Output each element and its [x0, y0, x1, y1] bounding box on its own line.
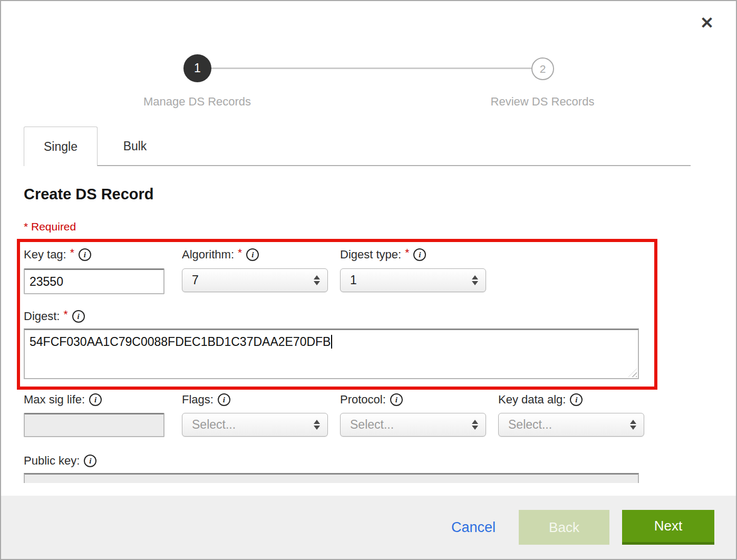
tab-bulk[interactable]: Bulk	[98, 127, 172, 166]
digest-required-asterisk: *	[63, 308, 67, 321]
key-tag-info-icon[interactable]: i	[79, 248, 91, 261]
select-arrows-icon	[630, 420, 636, 430]
page-title: Create DS Record	[24, 186, 154, 203]
digest-label: Digest: * i	[24, 310, 85, 323]
digest-type-info-icon[interactable]: i	[413, 248, 426, 261]
algorithm-info-icon[interactable]: i	[246, 248, 259, 261]
cancel-button[interactable]: Cancel	[451, 519, 496, 536]
key-data-alg-label: Key data alg: i	[498, 393, 583, 407]
key-tag-required-asterisk: *	[70, 246, 74, 259]
protocol-select-value: Select...	[350, 418, 472, 432]
step-2-label: Review DS Records	[491, 95, 595, 109]
step-2-number: 2	[540, 63, 546, 75]
tab-single[interactable]: Single	[24, 127, 98, 166]
key-tag-label: Key tag: * i	[24, 248, 91, 262]
algorithm-label: Algorithm: * i	[182, 248, 259, 262]
max-sig-life-info-icon[interactable]: i	[89, 393, 102, 406]
back-button[interactable]: Back	[519, 510, 609, 545]
select-arrows-icon	[472, 420, 478, 430]
digest-type-required-asterisk: *	[405, 246, 409, 259]
select-arrows-icon	[314, 275, 320, 285]
protocol-info-icon[interactable]: i	[390, 393, 403, 406]
digest-type-select[interactable]: 1	[340, 268, 486, 292]
protocol-select[interactable]: Select...	[340, 413, 486, 437]
step-1-label: Manage DS Records	[143, 95, 251, 109]
flags-select[interactable]: Select...	[182, 413, 328, 437]
public-key-label: Public key: i	[24, 454, 96, 468]
modal-footer: Cancel Back Next	[1, 496, 736, 559]
public-key-textarea[interactable]	[24, 473, 639, 483]
tab-bulk-label: Bulk	[123, 139, 147, 153]
digest-textarea[interactable]: 54FCF030AA1C79C0088FDEC1BD1C37DAA2E70DFB	[24, 329, 639, 379]
stepper-connector	[197, 67, 542, 69]
select-arrows-icon	[314, 420, 320, 430]
digest-type-select-value: 1	[350, 273, 472, 287]
digest-type-label: Digest type: * i	[340, 248, 426, 262]
public-key-info-icon[interactable]: i	[84, 455, 96, 467]
key-data-alg-info-icon[interactable]: i	[570, 393, 583, 406]
digest-info-icon[interactable]: i	[72, 310, 85, 323]
required-note: * Required	[24, 220, 76, 233]
digest-value: 54FCF030AA1C79C0088FDEC1BD1C37DAA2E70DFB	[30, 335, 331, 349]
step-2-circle: 2	[531, 57, 554, 80]
flags-label: Flags: i	[182, 393, 230, 407]
algorithm-select[interactable]: 7	[182, 268, 328, 292]
create-ds-record-modal: ✕ 1 2 Manage DS Records Review DS Record…	[0, 0, 737, 560]
max-sig-life-label: Max sig life: i	[24, 393, 102, 407]
step-1-number: 1	[194, 61, 201, 75]
algorithm-select-value: 7	[192, 273, 314, 287]
flags-select-value: Select...	[192, 418, 314, 432]
key-tag-input[interactable]	[24, 268, 164, 294]
flags-info-icon[interactable]: i	[218, 393, 230, 406]
select-arrows-icon	[472, 275, 478, 285]
step-1-circle: 1	[183, 54, 211, 82]
close-icon[interactable]: ✕	[700, 15, 714, 31]
resize-handle-icon[interactable]	[628, 369, 637, 377]
algorithm-required-asterisk: *	[238, 246, 242, 259]
key-data-alg-select[interactable]: Select...	[498, 413, 644, 437]
tab-underline	[97, 165, 691, 166]
text-cursor	[331, 335, 332, 349]
protocol-label: Protocol: i	[340, 393, 403, 407]
tab-single-label: Single	[44, 140, 77, 154]
max-sig-life-input[interactable]	[24, 413, 164, 437]
key-data-alg-select-value: Select...	[508, 418, 630, 432]
next-button[interactable]: Next	[622, 510, 714, 545]
